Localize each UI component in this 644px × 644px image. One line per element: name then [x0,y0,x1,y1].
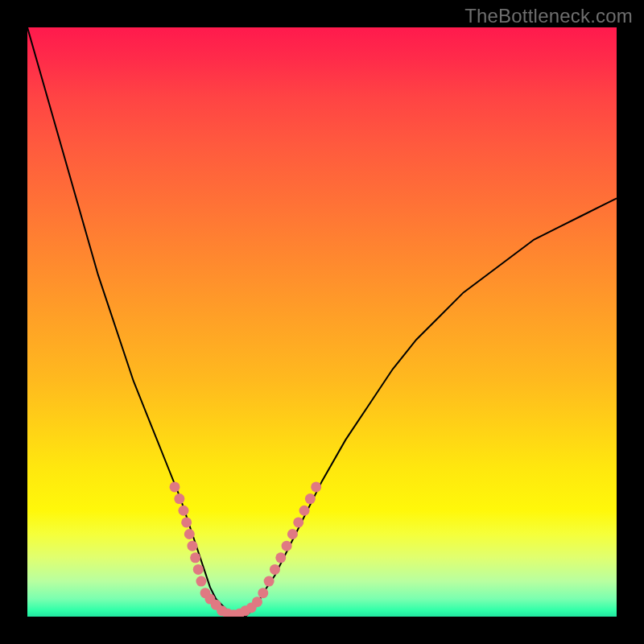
curve-marker [252,597,262,607]
curve-marker [174,493,184,504]
bottleneck-curve [27,27,617,617]
curve-marker [181,517,192,527]
curve-marker [270,564,280,575]
curve-marker [193,564,204,575]
curve-marker [275,552,286,563]
curve-marker [190,552,200,563]
curve-marker [305,493,316,504]
curve-marker [282,541,292,551]
curve-marker [311,481,321,492]
curve-marker [196,576,206,587]
curve-markers [170,481,322,617]
curve-marker [170,481,180,492]
curve-marker [258,588,268,598]
curve-marker [187,541,197,551]
curve-marker [178,506,188,516]
curve-marker [184,529,195,539]
chart-svg [27,27,617,617]
plot-area [27,27,617,617]
curve-marker [287,529,298,539]
chart-frame: TheBottleneck.com [0,0,644,644]
watermark-text: TheBottleneck.com [464,5,633,27]
curve-marker [264,576,275,587]
curve-marker [299,506,310,516]
curve-marker [293,517,303,527]
